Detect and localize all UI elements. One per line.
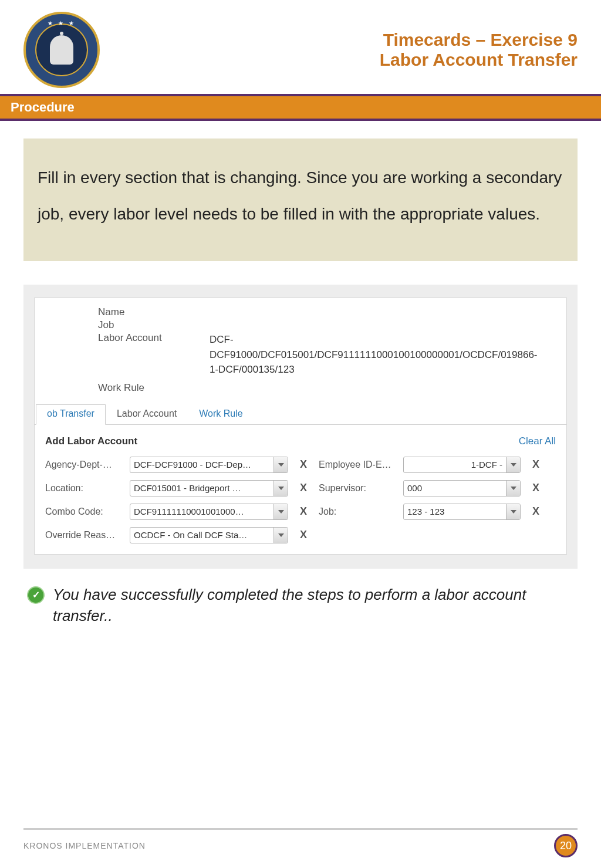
employee-id-value: 1-DCF - (404, 460, 506, 470)
clear-supervisor-button[interactable]: X (529, 482, 543, 494)
dropdown-button[interactable] (274, 481, 288, 496)
supervisor-label: Supervisor: (319, 483, 395, 494)
agency-dept-label: Agency-Dept-… (45, 460, 121, 470)
chevron-down-icon (511, 463, 516, 467)
override-reason-dropdown[interactable]: OCDCF - On Call DCF Sta… (130, 527, 288, 543)
clear-combo-button[interactable]: X (296, 505, 310, 518)
tab-ob-transfer[interactable]: ob Transfer (36, 404, 106, 425)
tab-work-rule[interactable]: Work Rule (188, 404, 254, 424)
dropdown-button[interactable] (274, 457, 288, 472)
location-dropdown[interactable]: DCF015001 - Bridgeport … (130, 480, 288, 497)
job-dropdown[interactable]: 123 - 123 (403, 504, 521, 520)
override-reason-label: Override Reas… (45, 530, 121, 541)
info-work-rule-label: Work Rule (98, 382, 210, 394)
agency-dept-dropdown[interactable]: DCF-DCF91000 - DCF-Dep… (130, 457, 288, 473)
supervisor-value: 000 (404, 483, 506, 493)
employee-id-label: Employee ID-E… (319, 460, 395, 470)
info-labor-account-value: DCF-DCF91000/DCF015001/DCF91111110001001… (210, 332, 538, 377)
clear-agency-button[interactable]: X (296, 458, 310, 471)
chevron-down-icon (278, 463, 284, 467)
add-labor-account-title: Add Labor Account (45, 435, 137, 447)
job-label: Job: (319, 506, 395, 517)
job-value: 123 - 123 (404, 506, 506, 516)
dropdown-button[interactable] (274, 528, 288, 543)
clear-job-button[interactable]: X (529, 505, 543, 518)
chevron-down-icon (278, 533, 284, 537)
clear-override-button[interactable]: X (296, 529, 310, 541)
info-labor-account-label: Labor Account (98, 332, 210, 377)
clear-all-link[interactable]: Clear All (519, 435, 556, 447)
dropdown-button[interactable] (506, 504, 520, 519)
location-label: Location: (45, 483, 121, 494)
clear-location-button[interactable]: X (296, 482, 310, 494)
footer-label: KRONOS IMPLEMENTATION (23, 841, 146, 850)
dropdown-button[interactable] (274, 504, 288, 519)
instruction-text: Fill in every section that is changing. … (23, 139, 578, 261)
application-screenshot: Name Job Labor Account DCF-DCF91000/DCF0… (23, 285, 578, 569)
combo-code-label: Combo Code: (45, 506, 121, 517)
page-title-line2: Labor Account Transfer (380, 50, 578, 70)
success-check-icon: ✓ (27, 586, 45, 604)
combo-code-dropdown[interactable]: DCF91111110001001000… (130, 504, 288, 520)
combo-code-value: DCF91111110001001000… (130, 506, 274, 516)
procedure-heading: Procedure (0, 94, 601, 121)
chevron-down-icon (278, 487, 284, 490)
page-number-badge: 20 (554, 834, 578, 857)
info-name-label: Name (98, 306, 210, 318)
tab-labor-account[interactable]: Labor Account (106, 404, 188, 424)
page-title-line1: Timecards – Exercise 9 (380, 30, 578, 50)
info-job-label: Job (98, 319, 210, 331)
agency-dept-value: DCF-DCF91000 - DCF-Dep… (130, 460, 274, 470)
supervisor-dropdown[interactable]: 000 (403, 480, 521, 497)
override-reason-value: OCDCF - On Call DCF Sta… (130, 530, 274, 540)
success-message: You have successfully completed the step… (53, 584, 574, 627)
employee-id-dropdown[interactable]: 1-DCF - (403, 457, 521, 473)
agency-seal: ★ ★ ★ (23, 12, 100, 88)
chevron-down-icon (511, 510, 516, 514)
chevron-down-icon (511, 487, 516, 490)
dropdown-button[interactable] (506, 481, 520, 496)
location-value: DCF015001 - Bridgeport … (130, 483, 274, 493)
dropdown-button[interactable] (506, 457, 520, 472)
clear-employee-button[interactable]: X (529, 458, 543, 471)
chevron-down-icon (278, 510, 284, 514)
